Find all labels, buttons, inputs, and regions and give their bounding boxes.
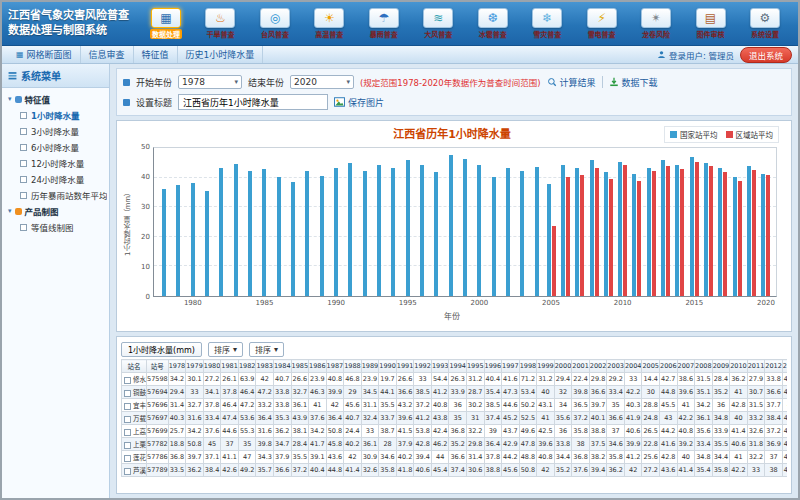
checkbox-icon[interactable]	[20, 112, 27, 119]
col-header-year[interactable]: 2009	[712, 360, 730, 373]
col-header-year[interactable]: 2001	[572, 360, 590, 373]
col-header-year[interactable]: 1994	[449, 360, 467, 373]
col-header-year[interactable]: 1981	[221, 360, 239, 373]
value-cell: 36.6	[396, 386, 414, 399]
row-checkbox[interactable]	[124, 468, 131, 475]
col-header-year[interactable]: 1983	[256, 360, 274, 373]
col-header-year[interactable]: 1998	[519, 360, 537, 373]
col-header-year[interactable]: 2010	[730, 360, 748, 373]
toolbar-item-snow[interactable]: ❄雪灾普查	[524, 8, 570, 39]
value-cell: 34	[554, 399, 572, 412]
tree-group-2[interactable]: ▾产品制图	[4, 203, 107, 219]
calculate-button[interactable]: 计算结果	[547, 76, 596, 89]
col-header-year[interactable]: 1993	[431, 360, 449, 373]
col-header-year[interactable]: 1982	[238, 360, 256, 373]
tree-item[interactable]: 1小时降水量	[4, 107, 107, 123]
checkbox-icon[interactable]	[20, 192, 27, 199]
nav-tab-3[interactable]: 特征值	[134, 46, 178, 63]
tree-group-1[interactable]: ▾特征值	[4, 91, 107, 107]
tree-item[interactable]: 24小时降水量	[4, 171, 107, 187]
checkbox-icon[interactable]	[20, 224, 27, 231]
logout-button[interactable]: 退出系统	[740, 47, 792, 63]
col-header-year[interactable]: 1992	[414, 360, 432, 373]
col-header-year[interactable]: 2006	[660, 360, 678, 373]
table-row: 万载5769740.331.633.447.453.636.435.343.93…	[122, 412, 788, 425]
value-cell: 36.2	[730, 373, 748, 386]
toolbar-item-high-temp[interactable]: ☀高温普查	[306, 8, 352, 39]
tree-item[interactable]: 3小时降水量	[4, 123, 107, 139]
col-header-year[interactable]: 2004	[624, 360, 642, 373]
end-year-value: 2020	[294, 77, 317, 87]
save-image-button[interactable]: 保存图片	[334, 96, 384, 109]
toolbar-item-wind[interactable]: ≋大风普查	[415, 8, 461, 39]
toolbar-item-typhoon[interactable]: ◎台风普查	[252, 8, 298, 39]
checkbox-icon[interactable]	[20, 128, 27, 135]
col-header-year[interactable]: 1985	[291, 360, 309, 373]
toolbar-item-hail[interactable]: ❆冰雹普查	[470, 8, 516, 39]
col-header-id[interactable]: 站号	[147, 360, 169, 373]
checkbox-icon[interactable]	[20, 144, 27, 151]
toolbar-item-tornado[interactable]: ✴龙卷风险	[633, 8, 679, 39]
col-header-year[interactable]: 1989	[361, 360, 379, 373]
col-header-year[interactable]: 2003	[607, 360, 625, 373]
row-checkbox[interactable]	[124, 377, 131, 384]
col-header-year[interactable]: 1988	[344, 360, 362, 373]
chart-title-input[interactable]	[178, 94, 328, 110]
col-header-year[interactable]: 1986	[309, 360, 327, 373]
value-cell: 33	[186, 386, 204, 399]
col-header-year[interactable]: 1987	[326, 360, 344, 373]
checkbox-icon[interactable]	[20, 160, 27, 167]
nav-tab-4[interactable]: 历史1小时降水量	[178, 46, 264, 63]
value-cell: 36.8	[168, 451, 186, 464]
sidebar-header: 系统菜单	[2, 64, 109, 88]
data-grid-wrap[interactable]: 站名站号197819791980198119821983198419851986…	[121, 359, 787, 490]
toolbar-item-settings-gear[interactable]: ⚙系统设置	[742, 8, 788, 39]
tree-item[interactable]: 12小时降水量	[4, 155, 107, 171]
value-cell: 32.7	[291, 386, 309, 399]
toolbar-item-drought[interactable]: ♨干旱普查	[197, 8, 243, 39]
col-header-year[interactable]: 2005	[642, 360, 660, 373]
row-checkbox[interactable]	[124, 390, 131, 397]
toolbar-item-lightning[interactable]: ⚡雷电普查	[579, 8, 625, 39]
col-header-year[interactable]: 1995	[466, 360, 484, 373]
toolbar-item-map-review[interactable]: ▤图件审核	[688, 8, 734, 39]
col-header-year[interactable]: 1999	[537, 360, 555, 373]
end-year-select[interactable]: 2020▾	[290, 75, 354, 89]
col-header-year[interactable]: 2007	[677, 360, 695, 373]
col-header-year[interactable]: 2011	[747, 360, 765, 373]
col-header-year[interactable]: 1997	[502, 360, 520, 373]
sort-select-2[interactable]: 排序▾	[249, 342, 284, 357]
col-header-year[interactable]: 1996	[484, 360, 502, 373]
start-year-select[interactable]: 1978▾	[178, 75, 242, 89]
checkbox-icon[interactable]	[20, 176, 27, 183]
row-checkbox[interactable]	[124, 403, 131, 410]
tree-item[interactable]: 历年暴雨站数年平均图	[4, 187, 107, 203]
row-checkbox[interactable]	[124, 442, 131, 449]
sort-select-1[interactable]: 排序▾	[208, 342, 243, 357]
download-button[interactable]: 数据下载	[609, 76, 658, 89]
toolbar-item-data-processing[interactable]: ▦数据处理	[143, 8, 189, 39]
nav-tab-2[interactable]: 信息审查	[81, 46, 134, 63]
col-header-year[interactable]: 2008	[695, 360, 713, 373]
col-header-year[interactable]: 1991	[396, 360, 414, 373]
col-header-year[interactable]: 2012	[765, 360, 783, 373]
value-cell: 34.2	[309, 425, 327, 438]
col-header-year[interactable]: 2013	[782, 360, 787, 373]
col-header-year[interactable]: 1978	[168, 360, 186, 373]
row-checkbox[interactable]	[124, 455, 131, 462]
tree-item[interactable]: 等值线制图	[4, 219, 107, 235]
toolbar-item-rainstorm[interactable]: ☂暴雨普查	[361, 8, 407, 39]
col-header-year[interactable]: 1984	[273, 360, 291, 373]
col-header-year[interactable]: 1980	[203, 360, 221, 373]
nav-tab-1[interactable]: ▦网格断面图	[8, 46, 81, 63]
col-header-year[interactable]: 1990	[379, 360, 397, 373]
col-header-year[interactable]: 1979	[186, 360, 204, 373]
row-checkbox[interactable]	[124, 429, 131, 436]
col-header-station[interactable]: 站名	[122, 360, 147, 373]
row-checkbox[interactable]	[124, 416, 131, 423]
tree-item[interactable]: 6小时降水量	[4, 139, 107, 155]
col-header-year[interactable]: 2000	[554, 360, 572, 373]
col-header-year[interactable]: 2002	[589, 360, 607, 373]
chart-xlabel: 年份	[121, 310, 783, 321]
value-cell: 39.6	[396, 412, 414, 425]
